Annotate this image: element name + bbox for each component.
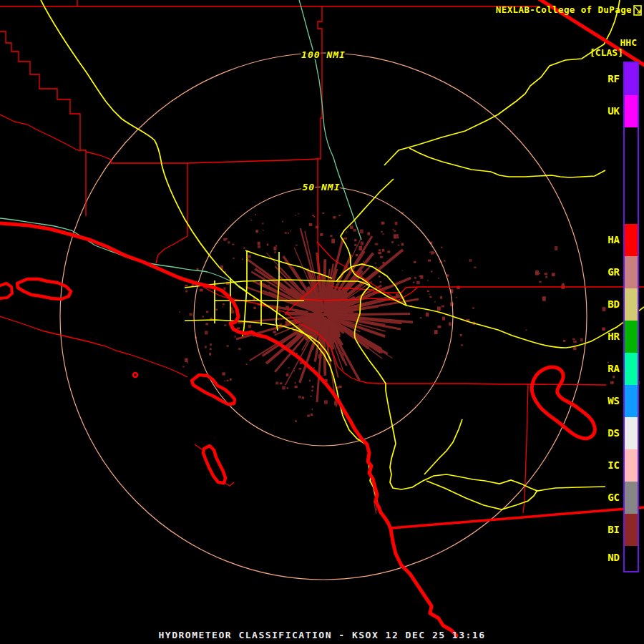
echo-dot: [625, 339, 628, 342]
echo-dot: [206, 311, 208, 313]
highway-lines: [41, 0, 644, 528]
echo-dot: [552, 273, 555, 276]
echo-dot: [382, 265, 384, 265]
echo-dot: [295, 420, 297, 422]
echo-dot: [246, 364, 248, 365]
echo-dot: [273, 331, 275, 333]
county-lines: [0, 0, 644, 513]
echo-dot: [636, 381, 640, 385]
echo-dot: [262, 223, 263, 224]
echo-dot: [228, 241, 230, 243]
echo-dot: [449, 322, 452, 326]
echo-dot: [227, 380, 229, 381]
echo-dot: [223, 238, 226, 241]
echo-dot: [429, 252, 431, 253]
echo-dot: [573, 341, 577, 343]
echo-dot: [320, 233, 323, 236]
echo-dot: [367, 232, 370, 235]
echo-dot: [472, 307, 474, 308]
echo-dot: [427, 280, 429, 280]
echo-dot: [238, 348, 241, 349]
echo-dot: [288, 233, 289, 234]
echo-dot: [338, 215, 341, 216]
echo-dot: [273, 247, 276, 250]
echo-dot: [286, 374, 289, 376]
echo-dot: [311, 414, 313, 416]
island-outline: [0, 283, 12, 298]
echo-dot: [310, 396, 311, 397]
echo-dot: [383, 233, 384, 235]
echo-dot: [429, 296, 431, 298]
echo-dot: [279, 311, 280, 312]
echo-dot: [378, 252, 381, 254]
echo-dot: [280, 382, 283, 384]
echo-dot: [572, 338, 575, 341]
echo-dot: [179, 311, 180, 313]
echo-dot: [202, 316, 204, 317]
echo-dot: [243, 248, 245, 249]
echo-dot: [309, 223, 313, 226]
echo-dot: [341, 352, 344, 356]
echo-dot: [255, 230, 258, 233]
product-title: HYDROMETEOR CLASSIFICATION - KSOX 12 DEC…: [158, 630, 485, 640]
echo-dot: [391, 241, 394, 243]
echo-dot: [224, 381, 225, 381]
echo-dot: [311, 390, 313, 391]
echo-dot: [613, 376, 615, 378]
echo-dot: [580, 338, 583, 342]
echo-dot: [354, 239, 356, 241]
echo-dot: [307, 415, 310, 417]
island-outline: [17, 279, 71, 299]
echo-dot: [397, 253, 399, 255]
echo-dot: [360, 249, 362, 250]
echo-dot: [474, 267, 476, 268]
echo-dot: [189, 313, 192, 316]
echo-dot: [375, 243, 379, 245]
echo-dot: [573, 347, 577, 350]
echo-dot: [387, 250, 390, 253]
echo-dot: [379, 275, 380, 278]
echo-dot: [381, 231, 383, 233]
echo-dot: [185, 285, 187, 287]
echo-dot: [441, 305, 444, 307]
echo-dot: [298, 396, 301, 398]
echo-dot: [441, 247, 442, 248]
echo-dot: [324, 400, 328, 404]
echo-dot: [608, 362, 609, 364]
echo-dot: [302, 396, 304, 399]
echo-dot: [222, 372, 225, 375]
echo-dot: [545, 273, 547, 275]
site-brand: NEXLAB-College of DuPage: [496, 4, 632, 15]
echo-dot: [363, 261, 364, 263]
echo-dot: [442, 317, 445, 321]
echo-dot: [226, 345, 228, 346]
echo-dot: [376, 267, 378, 268]
echo-dot: [396, 293, 399, 298]
echo-dot: [456, 297, 457, 298]
echo-dot: [224, 324, 226, 326]
echo-dot: [356, 254, 358, 256]
echo-dot: [293, 371, 295, 372]
echo-dot: [563, 340, 565, 342]
echo-dot: [258, 245, 260, 248]
echo-dot: [394, 230, 396, 232]
echo-dot: [268, 285, 270, 286]
echo-dot: [360, 230, 364, 234]
echo-dot: [631, 381, 633, 384]
echo-dot: [440, 296, 442, 299]
echo-dot: [333, 216, 336, 218]
echo-dot: [311, 409, 313, 410]
echo-dot: [420, 317, 421, 318]
echo-dot: [274, 251, 275, 253]
echo-dot: [275, 381, 278, 384]
echo-dot: [258, 242, 260, 245]
echo-dot: [322, 213, 324, 214]
echo-dot: [215, 308, 218, 310]
echo-dot: [232, 244, 234, 245]
echo-dot: [296, 245, 298, 246]
echo-dot: [419, 275, 421, 277]
echo-dot: [223, 306, 224, 307]
echo-dot: [414, 277, 416, 279]
echo-dot: [285, 232, 287, 233]
islet-outline: [133, 373, 137, 377]
